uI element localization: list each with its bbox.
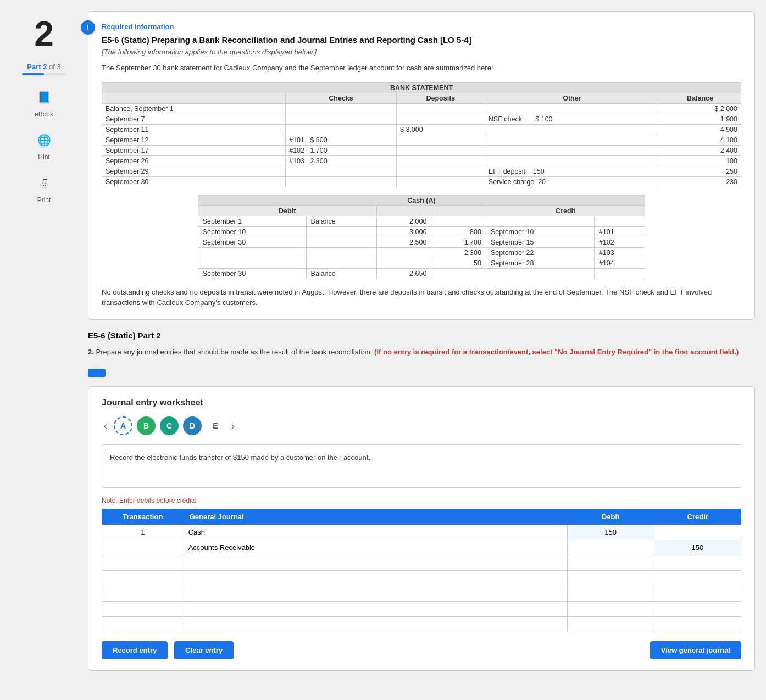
- debit-input-1[interactable]: [572, 528, 650, 536]
- hint-tool[interactable]: 🌐 Hint: [33, 129, 55, 161]
- part2-section: E5-6 (Static) Part 2 2. Prepare any jour…: [88, 331, 755, 671]
- table-row: [102, 586, 741, 602]
- page-number: 2: [34, 16, 54, 52]
- journal-entry-table: Transaction General Journal Debit Credit…: [102, 509, 741, 632]
- transaction-num-2: [102, 540, 184, 555]
- account-input-1[interactable]: [188, 528, 563, 536]
- table-row: [102, 617, 741, 632]
- table-row: [102, 555, 741, 571]
- account-input-4[interactable]: [188, 574, 563, 582]
- debit-cell-2[interactable]: [567, 540, 654, 555]
- progress-bar-fill: [22, 73, 44, 75]
- progress-bar: [22, 73, 66, 75]
- col-general-journal: General Journal: [184, 509, 567, 525]
- tab-e[interactable]: E: [206, 416, 225, 435]
- credit-input-5[interactable]: [659, 590, 736, 598]
- col-debit: Debit: [567, 509, 654, 525]
- account-input-6[interactable]: [188, 605, 563, 613]
- view-transaction-button[interactable]: [88, 369, 106, 377]
- credit-cell-1[interactable]: [654, 525, 741, 540]
- col-transaction: Transaction: [102, 509, 184, 525]
- info-card: ! Required information E5-6 (Static) Pre…: [88, 11, 755, 320]
- journal-title: Journal entry worksheet: [102, 398, 741, 408]
- account-input-2[interactable]: [188, 543, 563, 552]
- tab-a[interactable]: A: [114, 416, 132, 435]
- notice-text: No outstanding checks and no deposits in…: [102, 287, 741, 308]
- part2-title: E5-6 (Static) Part 2: [88, 331, 755, 340]
- main-content: ! Required information E5-6 (Static) Pre…: [88, 11, 755, 671]
- required-info-label: Required information: [102, 23, 741, 31]
- account-input-3[interactable]: [188, 559, 563, 567]
- credit-input-7[interactable]: [659, 620, 736, 629]
- debit-cell-1[interactable]: [567, 525, 654, 540]
- table-row: [102, 540, 741, 555]
- bank-statement-title: BANK STATEMENT: [102, 82, 741, 93]
- ebook-tool[interactable]: 📘 eBook: [33, 86, 55, 118]
- account-input-7[interactable]: [188, 620, 563, 629]
- account-name-cash[interactable]: [184, 525, 567, 540]
- transaction-num: 1: [102, 525, 184, 540]
- hint-label: Hint: [38, 153, 49, 161]
- problem-subtitle: [The following information applies to th…: [102, 48, 741, 56]
- note-text: Note: Enter debits before credits.: [102, 497, 741, 504]
- credit-input-4[interactable]: [659, 574, 736, 582]
- credit-input-6[interactable]: [659, 605, 736, 613]
- tab-next-button[interactable]: ›: [229, 418, 237, 434]
- question-number: 2.: [88, 348, 94, 356]
- question-note: (If no entry is required for a transacti…: [374, 348, 739, 356]
- journal-card: Journal entry worksheet ‹ A B C D E › Re…: [88, 386, 755, 671]
- credit-cell-2[interactable]: [654, 540, 741, 555]
- question-text: 2. Prepare any journal entries that shou…: [88, 347, 755, 358]
- credit-input-1[interactable]: [659, 528, 736, 536]
- print-label: Print: [37, 196, 51, 204]
- print-tool[interactable]: 🖨 Print: [33, 172, 55, 204]
- tab-prev-button[interactable]: ‹: [102, 418, 109, 434]
- clear-entry-button[interactable]: Clear entry: [174, 641, 234, 659]
- tab-b[interactable]: B: [137, 416, 156, 435]
- bank-statement-table: BANK STATEMENT Checks Deposits Other Bal…: [102, 82, 741, 187]
- debit-input-4[interactable]: [572, 574, 650, 582]
- part-indicator: Part 2 of 3: [22, 63, 66, 75]
- account-input-5[interactable]: [188, 590, 563, 598]
- hint-icon: 🌐: [33, 129, 55, 151]
- action-buttons: Record entry Clear entry View general jo…: [102, 641, 741, 659]
- instruction-box: Record the electronic funds transfer of …: [102, 444, 741, 488]
- part-sub: of 3: [49, 63, 61, 71]
- debit-input-2[interactable]: [572, 543, 650, 552]
- tab-c[interactable]: C: [160, 416, 179, 435]
- record-entry-button[interactable]: Record entry: [102, 641, 168, 659]
- col-credit: Credit: [654, 509, 741, 525]
- credit-input-2[interactable]: [659, 543, 736, 552]
- problem-text: The September 30 bank statement for Cadi…: [102, 63, 741, 74]
- tabs-row: ‹ A B C D E ›: [102, 416, 741, 435]
- question-body: Prepare any journal entries that should …: [96, 348, 372, 356]
- debit-input-7[interactable]: [572, 620, 650, 629]
- account-name-ar[interactable]: [184, 540, 567, 555]
- left-sidebar: 2 Part 2 of 3 📘 eBook 🌐 Hint 🖨 Print: [11, 11, 77, 671]
- print-icon: 🖨: [33, 172, 55, 194]
- info-icon: !: [81, 20, 95, 35]
- credit-input-3[interactable]: [659, 559, 736, 567]
- debit-input-6[interactable]: [572, 605, 650, 613]
- part-text: Part 2: [27, 63, 47, 71]
- table-row: [102, 571, 741, 586]
- view-general-journal-button[interactable]: View general journal: [650, 641, 741, 659]
- ebook-label: eBook: [35, 110, 53, 118]
- tab-d[interactable]: D: [183, 416, 202, 435]
- debit-input-5[interactable]: [572, 590, 650, 598]
- table-row: 1: [102, 525, 741, 540]
- debit-input-3[interactable]: [572, 559, 650, 567]
- table-row: [102, 602, 741, 617]
- problem-title: E5-6 (Static) Preparing a Bank Reconcili…: [102, 35, 741, 45]
- cash-table: Cash (A) Debit Credit September 1 Balanc…: [198, 195, 646, 279]
- ebook-icon: 📘: [33, 86, 55, 108]
